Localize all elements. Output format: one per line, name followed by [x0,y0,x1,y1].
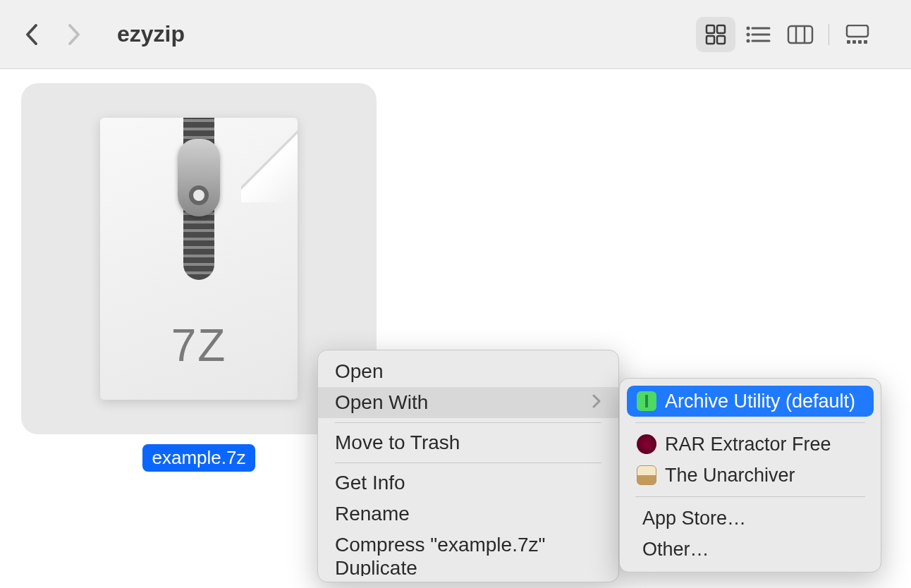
list-icon [745,25,771,44]
svg-rect-1 [717,25,725,33]
gallery-icon [844,25,871,44]
svg-rect-18 [645,395,648,408]
submenu-rar-extractor[interactable]: RAR Extractor Free [627,429,874,460]
chevron-right-icon [592,391,601,414]
chevron-left-icon [25,23,40,46]
open-with-submenu: Archive Utility (default) RAR Extractor … [619,378,881,572]
folder-title[interactable]: ezyzip [117,21,185,47]
menu-duplicate-label: Duplicate [335,561,417,576]
svg-rect-15 [852,40,856,44]
file-type-label: 7Z [100,319,298,372]
svg-rect-16 [858,40,862,44]
toolbar-right [696,17,891,52]
svg-point-8 [747,39,750,42]
document-shape-icon: 7Z [100,118,298,400]
list-view-button[interactable] [738,17,778,52]
toolbar-left: ezyzip [20,21,185,47]
column-view-button[interactable] [781,17,820,52]
menu-separator [335,463,601,463]
submenu-app-store[interactable]: App Store… [627,503,874,534]
page-fold-icon [241,118,298,202]
menu-trash-label: Move to Trash [335,431,460,454]
svg-rect-3 [717,36,725,44]
gallery-view-button[interactable] [838,17,877,52]
menu-getinfo-label: Get Info [335,472,405,494]
menu-separator [335,422,601,423]
svg-rect-17 [864,40,867,44]
chevron-right-icon [66,23,81,46]
toolbar-divider [829,24,829,45]
submenu-appstore-label: App Store… [642,508,746,529]
grid-icon [704,23,727,46]
svg-rect-14 [847,40,850,44]
menu-compress[interactable]: Compress "example.7z" [318,529,618,561]
menu-open-with-label: Open With [335,391,428,414]
context-menu: Open Open With Move to Trash Get Info Re… [317,350,619,582]
menu-rename-label: Rename [335,503,410,525]
icon-view-button[interactable] [696,17,735,52]
menu-duplicate[interactable]: Duplicate [318,561,618,576]
submenu-other-label: Other… [642,539,709,561]
back-button[interactable] [20,22,45,47]
unarchiver-icon [637,465,656,485]
menu-rename[interactable]: Rename [318,498,618,529]
toolbar: ezyzip [0,0,911,69]
nav-buttons [20,22,86,47]
rar-extractor-icon [637,434,656,454]
forward-button[interactable] [61,22,86,47]
columns-icon [787,25,814,44]
archive-utility-icon [637,391,656,411]
zipper-icon [183,118,214,280]
submenu-other[interactable]: Other… [627,534,874,565]
submenu-unarchiver-label: The Unarchiver [665,465,795,486]
svg-rect-13 [847,25,868,37]
submenu-rar-label: RAR Extractor Free [665,434,831,455]
menu-open-label: Open [335,360,384,383]
menu-compress-label: Compress "example.7z" [335,534,545,556]
file-icon: 7Z [100,118,298,400]
menu-move-to-trash[interactable]: Move to Trash [318,427,618,458]
menu-open[interactable]: Open [318,356,618,387]
submenu-archive-label: Archive Utility (default) [665,391,855,412]
svg-rect-0 [707,25,714,33]
svg-rect-2 [707,36,714,44]
submenu-separator [635,422,865,423]
menu-get-info[interactable]: Get Info [318,467,618,498]
svg-point-6 [747,32,750,36]
file-name-label[interactable]: example.7z [142,444,256,472]
svg-point-4 [747,26,750,30]
submenu-separator [635,496,865,497]
menu-open-with[interactable]: Open With [318,387,618,418]
svg-rect-10 [788,26,812,43]
submenu-archive-utility[interactable]: Archive Utility (default) [627,386,874,417]
submenu-unarchiver[interactable]: The Unarchiver [627,460,874,491]
